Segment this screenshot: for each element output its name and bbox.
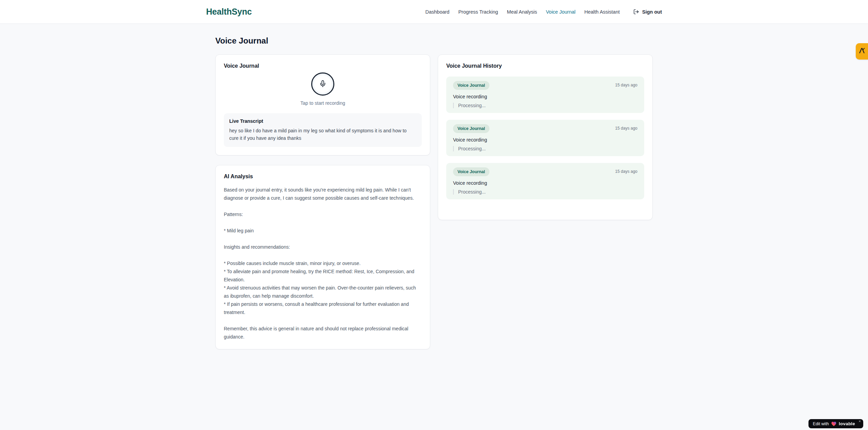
sign-out-button[interactable]: Sign out (633, 9, 662, 15)
entry-type-badge: Voice Journal (453, 124, 489, 133)
ai-analysis-title: AI Analysis (224, 173, 422, 180)
entry-timestamp: 15 days ago (615, 124, 637, 131)
entry-timestamp: 15 days ago (615, 81, 637, 87)
edit-with-lovable-badge[interactable]: Edit with lovable × (808, 419, 863, 428)
voice-journal-history-card: Voice Journal History Voice Journal 15 d… (438, 54, 653, 220)
live-transcript-box: Live Transcript hey so like I do have a … (224, 113, 422, 147)
history-entry[interactable]: Voice Journal 15 days ago Voice recordin… (446, 120, 644, 156)
sign-out-label: Sign out (642, 9, 662, 15)
edit-with-label: Edit with (813, 421, 829, 426)
main-nav: Dashboard Progress Tracking Meal Analysi… (425, 9, 662, 15)
entry-status: Processing... (453, 189, 637, 195)
history-card-title: Voice Journal History (446, 63, 644, 69)
live-transcript-text: hey so like I do have a mild pain in my … (229, 127, 416, 142)
left-column: Voice Journal Tap to start recording (215, 54, 430, 349)
entry-status: Processing... (453, 146, 637, 151)
tap-to-record-label: Tap to start recording (300, 100, 345, 106)
close-icon[interactable]: × (859, 419, 861, 423)
entry-type-badge: Voice Journal (453, 167, 489, 176)
history-entry[interactable]: Voice Journal 15 days ago Voice recordin… (446, 163, 644, 199)
nav-item-voice-journal[interactable]: Voice Journal (546, 9, 575, 15)
record-button[interactable] (311, 72, 334, 96)
entry-summary: Voice recording (453, 94, 637, 99)
entry-type-badge: Voice Journal (453, 81, 489, 90)
logout-icon (633, 9, 639, 15)
live-transcript-title: Live Transcript (229, 118, 416, 124)
top-navigation-bar: HealthSync Dashboard Progress Tracking M… (0, 0, 868, 24)
entry-timestamp: 15 days ago (615, 167, 637, 174)
nav-item-meal-analysis[interactable]: Meal Analysis (507, 9, 537, 15)
lambda-logo-icon (858, 47, 866, 56)
right-column: Voice Journal History Voice Journal 15 d… (438, 54, 653, 220)
lovable-heart-icon (831, 421, 836, 426)
nav-item-health-assistant[interactable]: Health Assistant (584, 9, 620, 15)
recorder-card-title: Voice Journal (224, 63, 422, 69)
voice-journal-recorder-card: Voice Journal Tap to start recording (215, 54, 430, 155)
entry-summary: Voice recording (453, 137, 637, 143)
entry-status: Processing... (453, 103, 637, 108)
page-content: Voice Journal Voice Journal (215, 24, 653, 349)
lovable-brand-label: lovable (839, 421, 855, 426)
entry-summary: Voice recording (453, 180, 637, 186)
history-entry[interactable]: Voice Journal 15 days ago Voice recordin… (446, 77, 644, 113)
ai-analysis-body: Based on your journal entry, it sounds l… (224, 186, 422, 341)
amber-side-tab[interactable] (856, 43, 868, 60)
microphone-icon (319, 80, 327, 88)
page-title: Voice Journal (215, 36, 653, 46)
ai-analysis-card: AI Analysis Based on your journal entry,… (215, 165, 430, 349)
nav-item-progress-tracking[interactable]: Progress Tracking (458, 9, 498, 15)
nav-item-dashboard[interactable]: Dashboard (425, 9, 450, 15)
app-logo[interactable]: HealthSync (206, 7, 252, 17)
